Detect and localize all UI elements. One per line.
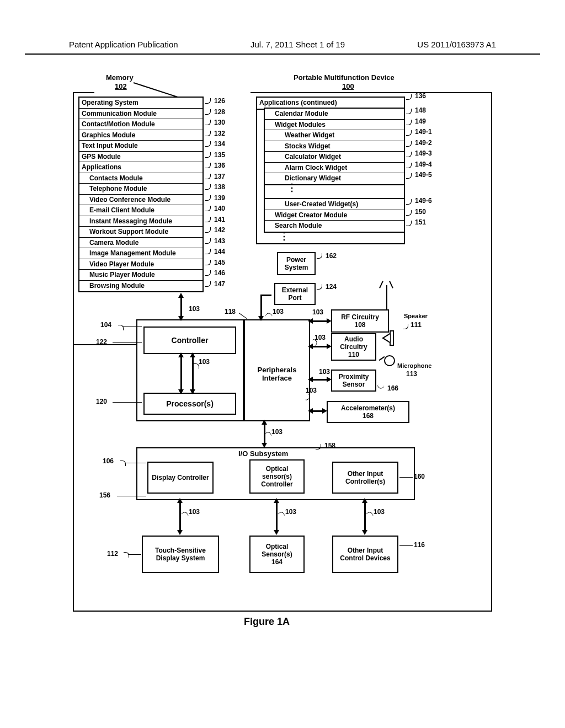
module-ref: 134 bbox=[214, 140, 225, 148]
ref-hook bbox=[194, 363, 199, 369]
module-row: GPS Module bbox=[79, 152, 202, 163]
lead-line bbox=[399, 545, 413, 546]
module-ref: 149-5 bbox=[415, 171, 432, 179]
device-top-left-stub bbox=[73, 92, 94, 93]
memory-module-list-right-b: User-Created Widget(s)Widget Creator Mod… bbox=[264, 198, 405, 233]
device-ref: 100 bbox=[342, 82, 354, 90]
touch-display-ref: 112 bbox=[107, 550, 118, 558]
processors-block: Processor(s) bbox=[143, 393, 236, 415]
module-ref: 126 bbox=[214, 97, 225, 105]
block-label: External Port bbox=[277, 286, 313, 302]
optical-sensors-block: Optical Sensor(s) 164 bbox=[249, 536, 305, 573]
arrow-left-icon bbox=[308, 408, 313, 414]
lead-line bbox=[122, 326, 142, 326]
microphone-icon bbox=[384, 355, 395, 366]
bus-ref: 103 bbox=[312, 308, 323, 316]
module-row: Search Module bbox=[265, 221, 404, 232]
block-label: Power System bbox=[280, 256, 313, 271]
module-row: Stocks Widget bbox=[265, 141, 404, 152]
controller-ref-104: 104 bbox=[100, 321, 111, 329]
module-row: Weather Widget bbox=[265, 130, 404, 141]
device-title: Portable Multifunction Device bbox=[294, 73, 395, 82]
ref-hook bbox=[205, 249, 211, 254]
arrow-right-icon bbox=[327, 318, 332, 324]
module-row: Widget Modules bbox=[265, 120, 404, 131]
ref-hook bbox=[205, 163, 211, 168]
block-label: Optical Sensor(s) bbox=[250, 543, 303, 558]
lead-line bbox=[117, 496, 146, 496]
block-label: RF Circuitry bbox=[341, 313, 379, 321]
speaker-icon bbox=[382, 329, 398, 347]
other-input-controllers-ref: 160 bbox=[414, 473, 425, 480]
bus-ref: 103 bbox=[199, 358, 210, 366]
ref-hook bbox=[205, 227, 211, 233]
bus-ref: 103 bbox=[285, 508, 296, 516]
controller-ref-122: 122 bbox=[96, 338, 107, 346]
module-row: Music Player Module bbox=[79, 270, 202, 281]
io-subsystem-ref: 158 bbox=[324, 442, 335, 449]
header-mid: Jul. 7, 2011 Sheet 1 of 19 bbox=[250, 40, 345, 49]
module-ref: 138 bbox=[214, 183, 225, 191]
processors-ref: 120 bbox=[96, 398, 107, 405]
speaker-ref: 111 bbox=[411, 321, 422, 329]
lead-line bbox=[124, 463, 146, 463]
accelerometer-block: Accelerometer(s) 168 bbox=[327, 401, 409, 423]
bus-line bbox=[192, 354, 194, 393]
module-ref: 148 bbox=[415, 106, 426, 114]
module-ref: 128 bbox=[214, 108, 225, 116]
module-ref: 150 bbox=[415, 208, 426, 216]
module-ref: 144 bbox=[214, 248, 225, 255]
external-port-block: External Port bbox=[274, 283, 316, 305]
memory-module-list-right-a: Calendar ModuleWidget ModulesWeather Wid… bbox=[264, 108, 405, 185]
rf-circuitry-block: RF Circuitry 108 bbox=[331, 309, 389, 333]
bus-line bbox=[179, 500, 181, 533]
block-ref: 110 bbox=[348, 351, 359, 358]
controller-block: Controller bbox=[143, 326, 236, 354]
optical-sensors-controller-block: Optical sensor(s) Controller bbox=[249, 459, 305, 494]
bus-line bbox=[364, 500, 366, 533]
arrow-up-icon bbox=[362, 498, 367, 503]
vertical-dots-icon: ⋮ bbox=[279, 235, 289, 238]
ref-hook bbox=[406, 109, 412, 114]
module-row: E-mail Client Module bbox=[79, 205, 202, 216]
block-label: Accelerometer(s) bbox=[341, 404, 395, 412]
block-ref: 168 bbox=[363, 412, 374, 420]
ref-hook bbox=[406, 120, 412, 125]
module-ref: 130 bbox=[214, 119, 225, 126]
block-label: Peripherals Interface bbox=[249, 366, 305, 382]
module-ref: 149-1 bbox=[415, 128, 432, 136]
bus-ref: 103 bbox=[271, 428, 282, 436]
arrow-up-icon bbox=[262, 420, 267, 425]
module-row: Camera Module bbox=[79, 238, 202, 249]
microphone-ref: 113 bbox=[406, 370, 417, 378]
ref-hook bbox=[406, 141, 412, 147]
module-ref: 132 bbox=[214, 130, 225, 137]
memory-module-list-left: Operating SystemCommunication ModuleCont… bbox=[78, 97, 204, 292]
lead-line bbox=[128, 554, 141, 555]
module-ref: 141 bbox=[214, 216, 225, 223]
module-row: Workout Support Module bbox=[79, 227, 202, 238]
arrow-right-icon bbox=[327, 344, 332, 349]
module-row: Image Management Module bbox=[79, 248, 202, 259]
peripherals-ref: 118 bbox=[225, 308, 236, 315]
module-row: Video Player Module bbox=[79, 259, 202, 270]
lead-line bbox=[399, 477, 413, 478]
ref-hook bbox=[205, 174, 211, 179]
power-system-ref: 162 bbox=[326, 252, 337, 260]
ref-hook bbox=[403, 324, 408, 329]
ref-hook bbox=[205, 270, 211, 276]
module-ref: 145 bbox=[214, 259, 225, 266]
module-ref: 136 bbox=[214, 162, 225, 169]
ref-hook bbox=[120, 461, 126, 466]
module-row: User-Created Widget(s) bbox=[265, 199, 404, 210]
arrow-down-icon bbox=[177, 530, 183, 535]
display-controller-block: Display Controller bbox=[147, 462, 214, 494]
module-ref: 149-4 bbox=[415, 160, 432, 168]
module-ref: 140 bbox=[214, 205, 225, 212]
module-ref: 149 bbox=[415, 117, 426, 125]
vertical-dots-icon: ⋮ bbox=[287, 186, 297, 189]
device-left-wall bbox=[73, 92, 74, 344]
ref-hook bbox=[317, 284, 322, 290]
block-label: Other Input Control Devices bbox=[338, 547, 393, 562]
other-input-devices-block: Other Input Control Devices bbox=[332, 536, 398, 573]
